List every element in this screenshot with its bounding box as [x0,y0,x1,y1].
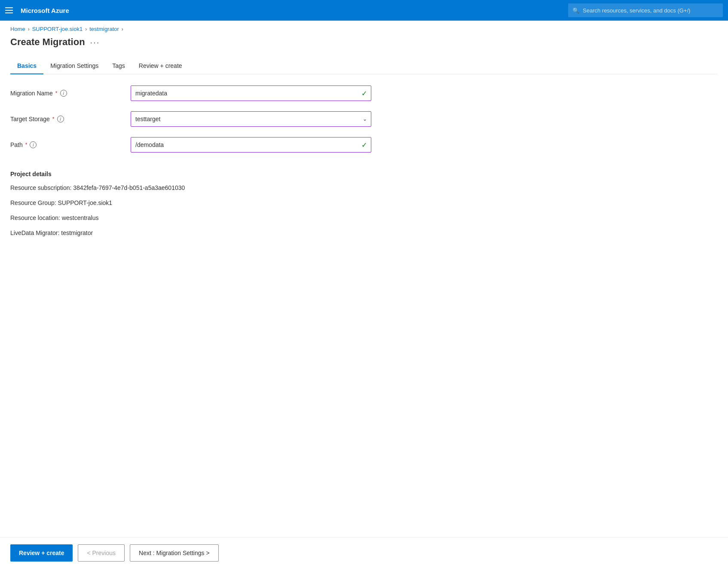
search-bar[interactable]: 🔍 Search resources, services, and docs (… [568,3,723,17]
breadcrumb-sep-1: › [28,26,30,32]
path-input[interactable] [131,137,371,153]
path-label: Path * i [10,141,131,148]
target-storage-info-icon[interactable]: i [57,116,64,122]
page-header: Create Migration ··· [0,35,728,55]
breadcrumb-support[interactable]: SUPPORT-joe.siok1 [32,26,83,32]
page-title: Create Migration [10,37,85,48]
migration-name-label-text: Migration Name [10,90,53,97]
hamburger-menu[interactable] [5,5,15,15]
tab-migration-settings[interactable]: Migration Settings [43,58,105,74]
project-detail-resource-group: Resource Group: SUPPORT-joe.siok1 [10,198,718,208]
search-placeholder: Search resources, services, and docs (G+… [583,7,690,14]
bottom-bar: Review + create < Previous Next : Migrat… [0,537,728,568]
breadcrumb-sep-2: › [85,26,87,32]
target-storage-required: * [52,116,55,122]
previous-button[interactable]: < Previous [78,544,125,562]
project-details-title: Project details [10,171,718,177]
project-detail-migrator: LiveData Migrator: testmigrator [10,229,718,238]
migration-name-label: Migration Name * i [10,90,131,97]
next-migration-settings-button[interactable]: Next : Migration Settings > [130,544,219,562]
main-wrapper: Home › SUPPORT-joe.siok1 › testmigrator … [0,21,728,568]
project-details: Project details Resource subscription: 3… [10,171,718,244]
tabs: Basics Migration Settings Tags Review + … [10,55,718,74]
breadcrumb-testmigrator[interactable]: testmigrator [89,26,119,32]
migration-name-required: * [55,90,58,96]
project-detail-subscription: Resource subscription: 3842fefa-7697-4e7… [10,183,718,192]
migration-name-check-icon: ✓ [361,89,367,98]
migration-name-info-icon[interactable]: i [60,90,67,97]
content-panel: Basics Migration Settings Tags Review + … [10,55,718,537]
tab-tags[interactable]: Tags [105,58,132,74]
project-detail-location: Resource location: westcentralus [10,214,718,223]
path-check-icon: ✓ [361,141,367,149]
breadcrumb-home[interactable]: Home [10,26,25,32]
path-row: Path * i ✓ [10,136,718,153]
migration-name-input-wrapper: ✓ [131,86,371,101]
breadcrumb-sep-3: › [122,26,123,32]
tab-basics[interactable]: Basics [10,58,43,74]
breadcrumb: Home › SUPPORT-joe.siok1 › testmigrator … [0,21,728,35]
path-required: * [25,142,28,148]
path-label-text: Path [10,141,23,148]
target-storage-label: Target Storage * i [10,116,131,122]
page-more-button[interactable]: ··· [90,37,100,47]
target-storage-input-wrapper: testtarget ⌄ [131,111,371,127]
target-storage-row: Target Storage * i testtarget ⌄ [10,110,718,128]
app-title: Microsoft Azure [21,7,69,14]
target-storage-select[interactable]: testtarget [131,111,371,127]
tab-review-create[interactable]: Review + create [132,58,189,74]
review-create-button[interactable]: Review + create [10,544,73,562]
form-section: Migration Name * i ✓ Target Storage * i [10,85,718,165]
path-info-icon[interactable]: i [30,141,37,148]
search-icon: 🔍 [572,7,579,14]
topbar: Microsoft Azure 🔍 Search resources, serv… [0,0,728,21]
path-input-wrapper: ✓ [131,137,371,153]
migration-name-input[interactable] [131,86,371,101]
target-storage-label-text: Target Storage [10,116,50,122]
migration-name-row: Migration Name * i ✓ [10,85,718,102]
